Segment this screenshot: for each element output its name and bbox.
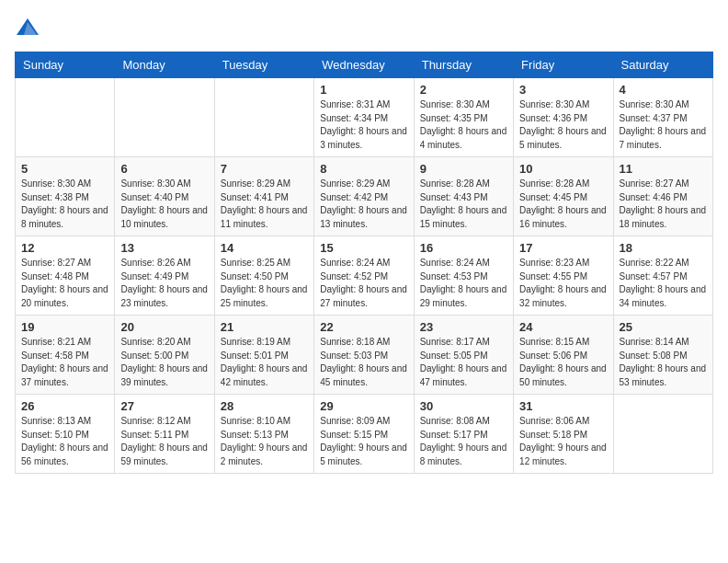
day-info: Sunrise: 8:14 AM Sunset: 5:08 PM Dayligh… (620, 336, 707, 389)
day-number: 3 (519, 83, 607, 97)
day-number: 25 (620, 320, 707, 334)
day-info: Sunrise: 8:27 AM Sunset: 4:46 PM Dayligh… (620, 178, 707, 231)
day-info: Sunrise: 8:31 AM Sunset: 4:34 PM Dayligh… (320, 98, 407, 152)
day-number: 8 (320, 162, 407, 176)
day-info: Sunrise: 8:08 AM Sunset: 5:17 PM Dayligh… (420, 415, 507, 468)
day-number: 22 (320, 320, 407, 334)
day-info: Sunrise: 8:24 AM Sunset: 4:53 PM Dayligh… (420, 257, 507, 310)
calendar-header-row: SundayMondayTuesdayWednesdayThursdayFrid… (16, 52, 713, 78)
calendar-week-2: 5Sunrise: 8:30 AM Sunset: 4:38 PM Daylig… (16, 157, 713, 236)
day-info: Sunrise: 8:30 AM Sunset: 4:36 PM Dayligh… (519, 98, 607, 152)
calendar-cell: 30Sunrise: 8:08 AM Sunset: 5:17 PM Dayli… (414, 395, 513, 474)
day-number: 18 (620, 241, 707, 255)
day-number: 31 (519, 399, 607, 413)
day-header-monday: Monday (115, 52, 214, 78)
day-number: 24 (519, 320, 607, 334)
day-header-sunday: Sunday (16, 52, 115, 78)
logo-icon (15, 15, 40, 40)
day-number: 17 (519, 241, 607, 255)
day-number: 15 (320, 241, 407, 255)
day-info: Sunrise: 8:29 AM Sunset: 4:41 PM Dayligh… (221, 178, 308, 231)
calendar-cell (214, 78, 313, 157)
calendar-cell: 27Sunrise: 8:12 AM Sunset: 5:11 PM Dayli… (115, 395, 214, 474)
calendar-cell: 5Sunrise: 8:30 AM Sunset: 4:38 PM Daylig… (16, 157, 115, 236)
day-number: 11 (620, 162, 707, 176)
day-number: 29 (320, 399, 407, 413)
day-info: Sunrise: 8:19 AM Sunset: 5:01 PM Dayligh… (221, 336, 308, 389)
day-info: Sunrise: 8:13 AM Sunset: 5:10 PM Dayligh… (21, 415, 108, 468)
calendar: SundayMondayTuesdayWednesdayThursdayFrid… (15, 52, 713, 474)
day-number: 12 (21, 241, 108, 255)
day-info: Sunrise: 8:21 AM Sunset: 4:58 PM Dayligh… (21, 336, 108, 389)
calendar-cell (613, 395, 712, 474)
calendar-cell (115, 78, 214, 157)
day-number: 2 (420, 83, 507, 97)
day-number: 9 (420, 162, 507, 176)
calendar-cell: 6Sunrise: 8:30 AM Sunset: 4:40 PM Daylig… (115, 157, 214, 236)
calendar-cell (16, 78, 115, 157)
day-number: 10 (519, 162, 607, 176)
calendar-cell: 13Sunrise: 8:26 AM Sunset: 4:49 PM Dayli… (115, 236, 214, 316)
calendar-cell: 22Sunrise: 8:18 AM Sunset: 5:03 PM Dayli… (314, 316, 414, 395)
day-info: Sunrise: 8:26 AM Sunset: 4:49 PM Dayligh… (120, 257, 208, 310)
logo (15, 15, 44, 40)
day-info: Sunrise: 8:12 AM Sunset: 5:11 PM Dayligh… (120, 415, 208, 468)
calendar-cell: 31Sunrise: 8:06 AM Sunset: 5:18 PM Dayli… (514, 395, 613, 474)
day-info: Sunrise: 8:30 AM Sunset: 4:35 PM Dayligh… (420, 98, 507, 152)
day-number: 4 (620, 83, 707, 97)
calendar-week-1: 1Sunrise: 8:31 AM Sunset: 4:34 PM Daylig… (16, 78, 713, 157)
day-header-saturday: Saturday (613, 52, 712, 78)
calendar-cell: 25Sunrise: 8:14 AM Sunset: 5:08 PM Dayli… (613, 316, 712, 395)
calendar-cell: 23Sunrise: 8:17 AM Sunset: 5:05 PM Dayli… (414, 316, 513, 395)
day-info: Sunrise: 8:10 AM Sunset: 5:13 PM Dayligh… (221, 415, 308, 468)
calendar-cell: 3Sunrise: 8:30 AM Sunset: 4:36 PM Daylig… (514, 78, 613, 157)
day-info: Sunrise: 8:20 AM Sunset: 5:00 PM Dayligh… (120, 336, 208, 389)
day-number: 20 (120, 320, 208, 334)
day-number: 19 (21, 320, 108, 334)
day-number: 28 (221, 399, 308, 413)
calendar-cell: 18Sunrise: 8:22 AM Sunset: 4:57 PM Dayli… (613, 236, 712, 316)
day-header-thursday: Thursday (414, 52, 513, 78)
day-number: 14 (221, 241, 308, 255)
calendar-cell: 12Sunrise: 8:27 AM Sunset: 4:48 PM Dayli… (16, 236, 115, 316)
day-header-friday: Friday (514, 52, 613, 78)
calendar-cell: 29Sunrise: 8:09 AM Sunset: 5:15 PM Dayli… (314, 395, 414, 474)
day-number: 27 (120, 399, 208, 413)
day-header-tuesday: Tuesday (214, 52, 313, 78)
day-info: Sunrise: 8:22 AM Sunset: 4:57 PM Dayligh… (620, 257, 707, 310)
day-number: 13 (120, 241, 208, 255)
calendar-week-3: 12Sunrise: 8:27 AM Sunset: 4:48 PM Dayli… (16, 236, 713, 316)
calendar-cell: 2Sunrise: 8:30 AM Sunset: 4:35 PM Daylig… (414, 78, 513, 157)
calendar-week-4: 19Sunrise: 8:21 AM Sunset: 4:58 PM Dayli… (16, 316, 713, 395)
calendar-cell: 17Sunrise: 8:23 AM Sunset: 4:55 PM Dayli… (514, 236, 613, 316)
day-info: Sunrise: 8:28 AM Sunset: 4:45 PM Dayligh… (519, 178, 607, 231)
calendar-cell: 4Sunrise: 8:30 AM Sunset: 4:37 PM Daylig… (613, 78, 712, 157)
day-info: Sunrise: 8:23 AM Sunset: 4:55 PM Dayligh… (519, 257, 607, 310)
day-number: 21 (221, 320, 308, 334)
calendar-cell: 7Sunrise: 8:29 AM Sunset: 4:41 PM Daylig… (214, 157, 313, 236)
calendar-cell: 21Sunrise: 8:19 AM Sunset: 5:01 PM Dayli… (214, 316, 313, 395)
day-number: 6 (120, 162, 208, 176)
calendar-cell: 10Sunrise: 8:28 AM Sunset: 4:45 PM Dayli… (514, 157, 613, 236)
day-header-wednesday: Wednesday (314, 52, 414, 78)
day-number: 7 (221, 162, 308, 176)
day-number: 26 (21, 399, 108, 413)
calendar-cell: 19Sunrise: 8:21 AM Sunset: 4:58 PM Dayli… (16, 316, 115, 395)
day-info: Sunrise: 8:17 AM Sunset: 5:05 PM Dayligh… (420, 336, 507, 389)
day-number: 1 (320, 83, 407, 97)
calendar-cell: 20Sunrise: 8:20 AM Sunset: 5:00 PM Dayli… (115, 316, 214, 395)
day-info: Sunrise: 8:24 AM Sunset: 4:52 PM Dayligh… (320, 257, 407, 310)
day-info: Sunrise: 8:30 AM Sunset: 4:40 PM Dayligh… (120, 178, 208, 231)
calendar-cell: 9Sunrise: 8:28 AM Sunset: 4:43 PM Daylig… (414, 157, 513, 236)
calendar-cell: 24Sunrise: 8:15 AM Sunset: 5:06 PM Dayli… (514, 316, 613, 395)
day-info: Sunrise: 8:29 AM Sunset: 4:42 PM Dayligh… (320, 178, 407, 231)
calendar-cell: 26Sunrise: 8:13 AM Sunset: 5:10 PM Dayli… (16, 395, 115, 474)
day-number: 30 (420, 399, 507, 413)
day-info: Sunrise: 8:15 AM Sunset: 5:06 PM Dayligh… (519, 336, 607, 389)
calendar-week-5: 26Sunrise: 8:13 AM Sunset: 5:10 PM Dayli… (16, 395, 713, 474)
calendar-cell: 11Sunrise: 8:27 AM Sunset: 4:46 PM Dayli… (613, 157, 712, 236)
calendar-cell: 8Sunrise: 8:29 AM Sunset: 4:42 PM Daylig… (314, 157, 414, 236)
day-info: Sunrise: 8:30 AM Sunset: 4:37 PM Dayligh… (620, 98, 707, 152)
day-number: 16 (420, 241, 507, 255)
day-info: Sunrise: 8:28 AM Sunset: 4:43 PM Dayligh… (420, 178, 507, 231)
